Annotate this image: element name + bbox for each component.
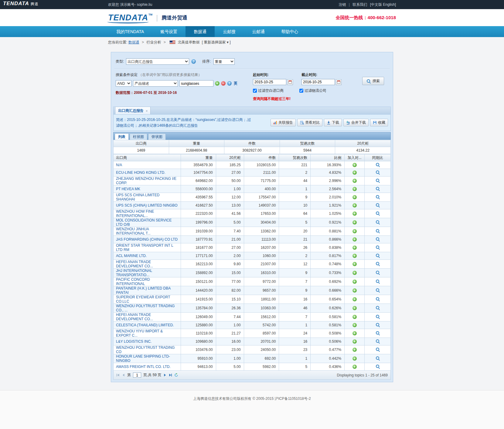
close-tab-icon[interactable]: × xyxy=(146,109,148,113)
add-to-compare-icon[interactable]: + xyxy=(352,163,357,167)
nav-item-4[interactable]: 云邮搜 xyxy=(215,26,244,37)
add-to-compare-icon[interactable]: + xyxy=(352,211,357,216)
period-compare-search-icon[interactable] xyxy=(376,314,380,319)
nav-item-3[interactable]: 数据通 xyxy=(186,26,215,37)
english-translate-link[interactable]: 英 xyxy=(234,81,237,86)
search-field-select[interactable]: 产品描述 xyxy=(133,80,178,87)
nav-item-2[interactable]: 账号设置 xyxy=(152,26,186,37)
period-compare-search-icon[interactable] xyxy=(376,331,380,335)
add-to-compare-icon[interactable]: + xyxy=(352,288,357,293)
logout-link[interactable]: 注销 xyxy=(339,2,346,7)
exporter-name-link[interactable]: WENZHOU JINHUA INTERNATIONAL T... xyxy=(116,227,151,235)
period-compare-search-icon[interactable] xyxy=(376,178,380,183)
tab-pie-chart-view[interactable]: 饼状图 xyxy=(148,133,166,140)
period-compare-search-icon[interactable] xyxy=(376,270,380,275)
period-compare-search-icon[interactable] xyxy=(376,170,380,174)
exporter-name-link[interactable]: HONOUR LANE SHIPPING LTD-NINGBO xyxy=(116,354,170,363)
period-compare-search-icon[interactable] xyxy=(376,220,380,224)
add-to-compare-icon[interactable]: + xyxy=(352,306,357,310)
add-to-compare-icon[interactable]: + xyxy=(352,339,357,344)
add-to-compare-icon[interactable]: + xyxy=(352,297,357,301)
first-page-icon[interactable] xyxy=(116,373,120,377)
filter-blank-importer-label[interactable]: 过滤空白进口商 xyxy=(253,88,284,93)
exporter-name-link[interactable]: UPS SCS (CHINA) LIMITED NINGBO xyxy=(116,203,178,208)
filter-blank-importer-checkbox[interactable] xyxy=(253,89,257,93)
add-to-compare-icon[interactable]: + xyxy=(352,229,357,233)
exporter-name-link[interactable]: L&Y LOGISTICS INC. xyxy=(116,339,152,344)
exporter-name-link[interactable]: CELESTICA (THAILAND) LIMITED. xyxy=(116,323,174,327)
exporter-name-link[interactable]: PANTAINER (H.K.) LIMITED DBA PANTAI xyxy=(116,286,171,295)
exporter-name-link[interactable]: ECU-LINE HONG KONG LTD. xyxy=(116,170,165,175)
keyword-input[interactable] xyxy=(179,80,213,87)
end-date-calendar-button[interactable] xyxy=(336,79,342,85)
exporter-name-link[interactable]: WENZHOU HOW FINE INTERNATIONAL... xyxy=(116,209,154,218)
related-report-button[interactable]: 关联报告 xyxy=(271,119,296,126)
view-compare-button[interactable]: 查看对比 xyxy=(297,119,322,126)
download-button[interactable]: 下载 xyxy=(324,119,342,126)
exporter-name-link[interactable]: SUPERIOR EYEWEAR EXPORT CO.LLC xyxy=(116,295,170,304)
period-compare-search-icon[interactable] xyxy=(376,347,380,352)
period-compare-search-icon[interactable] xyxy=(376,297,380,301)
last-page-icon[interactable] xyxy=(169,373,172,377)
boolean-operator-select[interactable]: AND xyxy=(116,80,131,87)
period-compare-search-icon[interactable] xyxy=(376,211,380,215)
filter-logistics-checkbox[interactable] xyxy=(299,89,303,93)
start-date-calendar-button[interactable] xyxy=(287,79,293,85)
exporter-name-link[interactable]: HEFEI ANAN TRADE DEVELOPMENT CO... xyxy=(116,313,153,321)
add-condition-icon[interactable]: + xyxy=(215,81,220,86)
search-button[interactable]: 搜索 xyxy=(362,77,384,85)
exporter-name-link[interactable]: PT HEVEA MK xyxy=(116,187,140,191)
period-compare-search-icon[interactable] xyxy=(376,339,380,343)
exporter-name-link[interactable]: WENZHOU YIYU IMPORT & EXPORT C... xyxy=(116,329,163,338)
exporter-name-link[interactable]: ACL MARINE LTD. xyxy=(116,254,147,258)
add-to-compare-icon[interactable]: + xyxy=(352,262,357,266)
start-date-input[interactable] xyxy=(253,79,286,85)
period-compare-search-icon[interactable] xyxy=(376,323,380,327)
nav-item-1[interactable]: 我的TENDATA xyxy=(108,26,152,37)
period-compare-search-icon[interactable] xyxy=(376,203,380,207)
add-to-compare-icon[interactable]: + xyxy=(352,315,357,319)
exporter-name-link[interactable]: UPS SCS CHINA LIMITED SHANGHAI xyxy=(116,193,159,201)
breadcrumb-datatong-link[interactable]: 数据通 xyxy=(128,40,139,44)
page-number-input[interactable] xyxy=(133,372,141,378)
period-compare-search-icon[interactable] xyxy=(376,364,380,369)
period-compare-search-icon[interactable] xyxy=(376,245,380,249)
exporter-name-link[interactable]: WENZHOU POLYTRUST TRADING CO., ... xyxy=(116,304,175,312)
period-compare-search-icon[interactable] xyxy=(376,237,380,241)
nav-item-5[interactable]: 云邮通 xyxy=(244,26,273,37)
exporter-name-link[interactable]: HEFEI ANAN TRADE DEVELOPMENT CO... xyxy=(116,260,153,268)
add-to-compare-icon[interactable]: + xyxy=(352,254,357,258)
period-compare-search-icon[interactable] xyxy=(376,163,380,167)
condition-help-icon[interactable]: ? xyxy=(227,81,232,86)
period-compare-search-icon[interactable] xyxy=(376,356,380,360)
remove-condition-icon[interactable]: − xyxy=(221,81,226,86)
contact-us-link[interactable]: 联系我们 xyxy=(352,2,367,7)
merge-download-button[interactable]: 合并下载 xyxy=(343,119,369,126)
reselect-country-link[interactable]: [ 重新选择国家 ▾ ] xyxy=(202,40,231,44)
period-compare-search-icon[interactable] xyxy=(376,288,380,292)
add-to-compare-icon[interactable]: + xyxy=(352,195,357,199)
sort-select[interactable]: 重量 xyxy=(213,58,235,65)
add-to-compare-icon[interactable]: + xyxy=(352,179,357,183)
period-compare-search-icon[interactable] xyxy=(376,262,380,266)
add-to-compare-icon[interactable]: + xyxy=(352,203,357,208)
end-date-input[interactable] xyxy=(301,79,335,85)
exporter-name-link[interactable]: ZHEJIANG WENZHOU PACKING I/E CORP. xyxy=(116,177,176,185)
language-switch-link[interactable]: [中文版 English] xyxy=(370,2,396,7)
exporter-name-link[interactable]: N/A xyxy=(116,163,122,167)
favorite-button[interactable]: 收藏 xyxy=(370,119,388,126)
add-to-compare-icon[interactable]: + xyxy=(352,237,357,242)
add-to-compare-icon[interactable]: + xyxy=(352,170,357,175)
report-type-select[interactable]: 出口商汇总报告 xyxy=(126,58,189,65)
add-to-compare-icon[interactable]: + xyxy=(352,365,357,369)
exporter-name-link[interactable]: MOL CONSOLIDATION SERVICE LTD O/B xyxy=(116,218,172,227)
exporter-name-link[interactable]: JAS FORWARDING (CHINA) CO LTD xyxy=(116,237,178,242)
add-to-compare-icon[interactable]: + xyxy=(352,280,357,284)
refresh-icon[interactable] xyxy=(174,373,178,377)
exporter-name-link[interactable]: ORIENT STAR TRANSPORT INT L LTD RM xyxy=(116,243,173,252)
report-tab[interactable]: 出口商汇总报告 × xyxy=(115,107,151,114)
add-to-compare-icon[interactable]: + xyxy=(352,356,357,361)
type-help-icon[interactable]: ? xyxy=(191,59,196,64)
add-to-compare-icon[interactable]: + xyxy=(352,271,357,275)
tab-bar-chart-view[interactable]: 柱状图 xyxy=(130,133,147,140)
